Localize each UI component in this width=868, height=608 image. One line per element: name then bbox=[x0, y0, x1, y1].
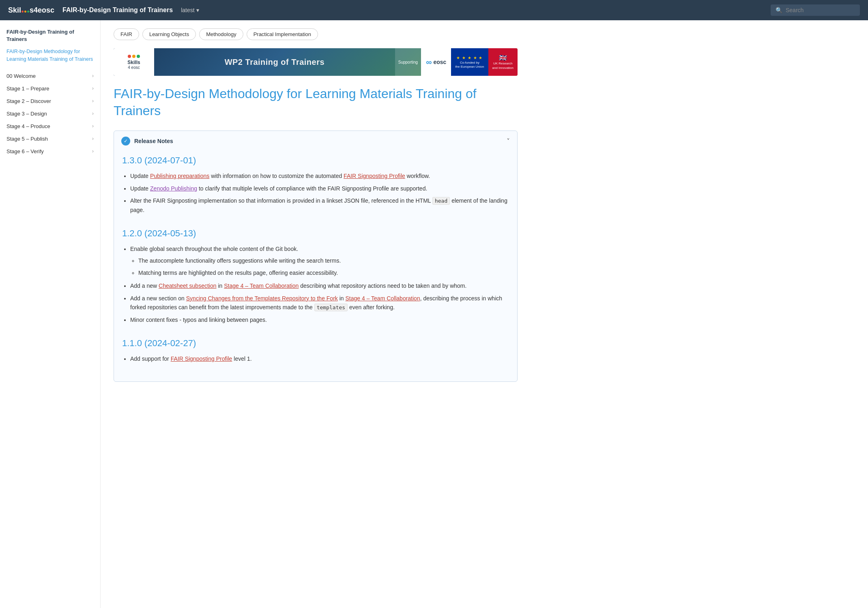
sidebar: FAIR-by-Design Training ofTrainers FAIR-… bbox=[0, 20, 101, 608]
uk-flag-area: 🇬🇧 bbox=[499, 54, 507, 62]
main-content: FAIR Learning Objects Methodology Practi… bbox=[101, 20, 531, 608]
version-section-130: 1.3.0 (2024-07-01) Update Publishing pre… bbox=[122, 151, 509, 214]
list-item: Enable global search throughout the whol… bbox=[130, 244, 509, 277]
logo-text-rest: s4eosc bbox=[30, 6, 54, 15]
list-item: Add a new section on Syncing Changes fro… bbox=[130, 294, 509, 312]
logo[interactable]: Skil s4eosc bbox=[8, 6, 54, 15]
code-head: head bbox=[432, 197, 450, 205]
list-item: Update Zenodo Publishing to clarify that… bbox=[130, 184, 509, 193]
version-selector[interactable]: latest ▾ bbox=[181, 7, 199, 13]
list-item: Update Publishing preparations with info… bbox=[130, 171, 509, 180]
top-navigation: Skil s4eosc FAIR-by-Design Training of T… bbox=[0, 0, 868, 20]
tab-practical-implementation[interactable]: Practical Implementation bbox=[247, 28, 318, 40]
dot-green bbox=[27, 11, 29, 13]
sidebar-item-stage1-label: Stage 1 – Prepare bbox=[6, 86, 49, 92]
sidebar-item-stage2[interactable]: Stage 2 – Discover › bbox=[0, 95, 100, 107]
banner-title: WP2 Training of Trainers bbox=[154, 58, 395, 67]
nav-title: FAIR-by-Design Training of Trainers bbox=[62, 6, 173, 14]
sidebar-item-stage4-label: Stage 4 – Produce bbox=[6, 123, 50, 129]
banner-dot-green bbox=[137, 55, 140, 58]
banner: Skills 4 eosc WP2 Training of Trainers S… bbox=[114, 48, 518, 76]
sidebar-book-title: FAIR-by-Design Training ofTrainers bbox=[0, 28, 100, 48]
list-item: Matching terms are highlighted on the re… bbox=[138, 268, 509, 277]
version-bullets-130: Update Publishing preparations with info… bbox=[122, 171, 509, 214]
version-bullets-120: Enable global search throughout the whol… bbox=[122, 244, 509, 324]
banner-uk: 🇬🇧 UK Researchand Innovation bbox=[488, 48, 518, 76]
sidebar-item-stage3[interactable]: Stage 3 – Design › bbox=[0, 107, 100, 120]
sidebar-item-stage6[interactable]: Stage 6 – Verify › bbox=[0, 145, 100, 158]
chevron-right-icon: › bbox=[92, 148, 94, 154]
release-notes-icon: ✓ bbox=[121, 137, 130, 146]
search-box[interactable]: 🔍 bbox=[771, 4, 860, 16]
uk-text: UK Researchand Innovation bbox=[492, 62, 514, 70]
banner-dot-yellow bbox=[132, 55, 135, 58]
list-item: Add a new Cheatsheet subsection in Stage… bbox=[130, 281, 509, 290]
logo-text-s: Skil bbox=[8, 6, 21, 15]
release-chevron-icon: ˅ bbox=[507, 137, 510, 145]
eosc-text: eosc bbox=[433, 59, 446, 65]
dot-yellow bbox=[24, 11, 26, 13]
chevron-right-icon: › bbox=[92, 98, 94, 104]
sidebar-item-stage3-label: Stage 3 – Design bbox=[6, 111, 47, 117]
banner-logo-dots bbox=[128, 55, 140, 58]
version-heading-110: 1.1.0 (2024-02-27) bbox=[122, 334, 509, 349]
version-chevron-icon: ▾ bbox=[196, 7, 199, 13]
stage4-team-collab-link-2[interactable]: Stage 4 – Team Collaboration bbox=[346, 295, 420, 302]
tab-methodology[interactable]: Methodology bbox=[199, 28, 243, 40]
syncing-changes-link[interactable]: Syncing Changes from the Templates Repos… bbox=[186, 295, 338, 302]
chevron-right-icon: › bbox=[92, 123, 94, 129]
eu-stars: ★ ★ ★ ★ ★ bbox=[456, 56, 483, 60]
sidebar-item-welcome[interactable]: 00 Welcome › bbox=[0, 70, 100, 82]
release-notes-header[interactable]: ✓ Release Notes ˅ bbox=[114, 131, 517, 151]
publishing-preparations-link[interactable]: Publishing preparations bbox=[150, 173, 209, 179]
code-templates: templates bbox=[314, 304, 348, 311]
banner-logo-sub: 4 eosc bbox=[128, 65, 140, 70]
logo-dots bbox=[21, 11, 29, 13]
sidebar-item-stage2-label: Stage 2 – Discover bbox=[6, 98, 51, 104]
banner-logo-text: Skills bbox=[127, 60, 140, 65]
eu-text: Co-funded bythe European Union bbox=[455, 61, 484, 69]
dot-red bbox=[21, 11, 24, 13]
search-input[interactable] bbox=[786, 7, 851, 13]
chevron-right-icon: › bbox=[92, 136, 94, 141]
tabs-bar: FAIR Learning Objects Methodology Practi… bbox=[114, 28, 518, 40]
banner-right: Supporting ∞ eosc ★ ★ ★ ★ ★ Co-funded by… bbox=[395, 48, 518, 76]
banner-eosc: ∞ eosc bbox=[421, 48, 451, 76]
chevron-right-icon: › bbox=[92, 86, 94, 91]
list-item: Alter the FAIR Signposting implementatio… bbox=[130, 196, 509, 214]
sidebar-item-welcome-label: 00 Welcome bbox=[6, 73, 36, 79]
list-item: Add support for FAIR Signposting Profile… bbox=[130, 354, 509, 363]
release-notes-content: 1.3.0 (2024-07-01) Update Publishing pre… bbox=[114, 151, 517, 381]
sidebar-item-stage1[interactable]: Stage 1 – Prepare › bbox=[0, 82, 100, 95]
tab-learning-objects[interactable]: Learning Objects bbox=[142, 28, 196, 40]
banner-logo: Skills 4 eosc bbox=[114, 48, 154, 76]
zenodo-publishing-link[interactable]: Zenodo Publishing bbox=[150, 185, 197, 192]
release-notes-title: Release Notes bbox=[134, 138, 173, 144]
stage4-team-collab-link-1[interactable]: Stage 4 – Team Collaboration bbox=[224, 283, 299, 289]
fair-signposting-profile-link-1[interactable]: FAIR Signposting Profile bbox=[344, 173, 405, 179]
eosc-infinity-icon: ∞ bbox=[426, 58, 432, 67]
sidebar-active-link[interactable]: FAIR-by-Design Methodology for Learning … bbox=[0, 48, 100, 70]
list-item: Minor content fixes - typos and linking … bbox=[130, 315, 509, 324]
sidebar-item-stage4[interactable]: Stage 4 – Produce › bbox=[0, 120, 100, 133]
tab-fair[interactable]: FAIR bbox=[114, 28, 139, 40]
sidebar-item-stage5-label: Stage 5 – Publish bbox=[6, 136, 48, 142]
banner-dot-red bbox=[128, 55, 131, 58]
version-heading-120: 1.2.0 (2024-05-13) bbox=[122, 224, 509, 239]
chevron-right-icon: › bbox=[92, 111, 94, 116]
banner-eu: ★ ★ ★ ★ ★ Co-funded bythe European Union bbox=[451, 48, 488, 76]
list-item: The autocomplete functionality offers su… bbox=[138, 256, 509, 265]
version-label: latest bbox=[181, 7, 194, 13]
uk-flag-icon: 🇬🇧 bbox=[499, 54, 507, 62]
cheatsheet-subsection-link[interactable]: Cheatsheet subsection bbox=[159, 283, 216, 289]
version-heading-130: 1.3.0 (2024-07-01) bbox=[122, 151, 509, 166]
version-section-110: 1.1.0 (2024-02-27) Add support for FAIR … bbox=[122, 334, 509, 363]
banner-support-label: Supporting bbox=[395, 48, 421, 76]
sub-bullet-list: The autocomplete functionality offers su… bbox=[130, 256, 509, 278]
fair-signposting-profile-link-2[interactable]: FAIR Signposting Profile bbox=[171, 355, 232, 362]
release-header-left: ✓ Release Notes bbox=[121, 137, 173, 146]
sidebar-item-stage5[interactable]: Stage 5 – Publish › bbox=[0, 133, 100, 145]
sidebar-item-stage6-label: Stage 6 – Verify bbox=[6, 148, 44, 154]
chevron-right-icon: › bbox=[92, 73, 94, 79]
release-notes-box: ✓ Release Notes ˅ 1.3.0 (2024-07-01) Upd… bbox=[114, 131, 518, 382]
